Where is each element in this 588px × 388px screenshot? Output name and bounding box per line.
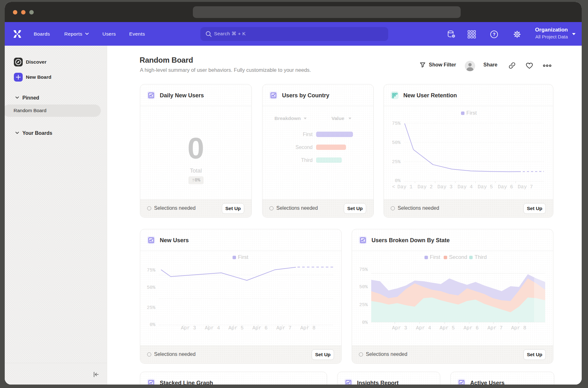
svg-text:Apr 6: Apr 6 <box>252 325 268 331</box>
svg-text:Third: Third <box>475 254 487 260</box>
svg-text:Day 5: Day 5 <box>478 184 493 190</box>
svg-text:?: ? <box>493 32 496 37</box>
svg-text:Day 3: Day 3 <box>437 184 453 190</box>
svg-text:Apr 3: Apr 3 <box>181 325 196 331</box>
svg-text:0%: 0% <box>362 320 368 325</box>
svg-text:Day 6: Day 6 <box>498 184 513 190</box>
svg-text:Day 1: Day 1 <box>397 184 412 190</box>
svg-text:75%: 75% <box>359 267 368 272</box>
svg-text:Apr 7: Apr 7 <box>487 325 503 331</box>
svg-text:Apr 4: Apr 4 <box>205 325 220 331</box>
svg-text:Day 2: Day 2 <box>418 184 433 190</box>
svg-text:25%: 25% <box>147 305 156 311</box>
svg-text:50%: 50% <box>147 285 156 290</box>
svg-text:First: First <box>466 110 477 116</box>
svg-text:<: < <box>392 184 395 190</box>
svg-text:Apr 8: Apr 8 <box>300 325 315 331</box>
svg-text:0%: 0% <box>395 178 401 184</box>
svg-text:50%: 50% <box>392 140 401 146</box>
svg-text:First: First <box>238 254 248 260</box>
svg-text:Apr 6: Apr 6 <box>464 325 479 331</box>
svg-text:Apr 7: Apr 7 <box>276 325 291 331</box>
svg-text:Apr 4: Apr 4 <box>416 325 431 331</box>
svg-text:Second: Second <box>449 254 467 260</box>
svg-text:50%: 50% <box>359 284 368 290</box>
svg-text:Apr 5: Apr 5 <box>228 325 244 331</box>
svg-text:75%: 75% <box>147 268 156 273</box>
svg-text:Apr 3: Apr 3 <box>392 325 407 331</box>
svg-text:Apr 5: Apr 5 <box>440 325 455 331</box>
svg-text:25%: 25% <box>359 302 368 308</box>
svg-text:75%: 75% <box>392 121 401 126</box>
svg-text:First: First <box>430 254 440 260</box>
svg-text:0%: 0% <box>150 322 156 328</box>
svg-text:Day 7: Day 7 <box>518 184 533 190</box>
svg-text:Apr 8: Apr 8 <box>511 325 526 331</box>
svg-text:Day 4: Day 4 <box>458 184 473 190</box>
svg-text:25%: 25% <box>392 159 401 165</box>
